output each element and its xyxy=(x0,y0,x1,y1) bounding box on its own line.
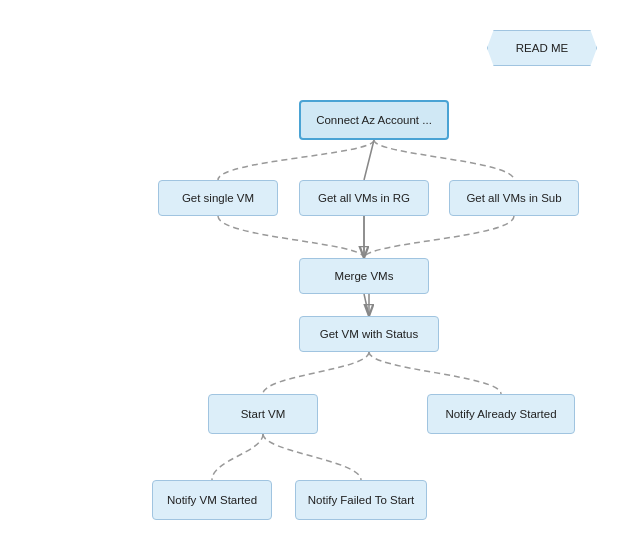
start-vm-label: Start VM xyxy=(241,408,286,420)
merge-vms-label: Merge VMs xyxy=(335,270,394,282)
get-single-vm-label: Get single VM xyxy=(182,192,254,204)
notify-failed-node[interactable]: Notify Failed To Start xyxy=(295,480,427,520)
get-vm-status-label: Get VM with Status xyxy=(320,328,418,340)
get-all-vms-sub-node[interactable]: Get all VMs in Sub xyxy=(449,180,579,216)
connect-az-label: Connect Az Account ... xyxy=(316,114,432,126)
svg-line-2 xyxy=(364,294,369,316)
get-all-vms-rg-node[interactable]: Get all VMs in RG xyxy=(299,180,429,216)
notify-vm-started-label: Notify VM Started xyxy=(167,494,257,506)
notify-already-started-label: Notify Already Started xyxy=(445,408,556,420)
merge-vms-node[interactable]: Merge VMs xyxy=(299,258,429,294)
get-all-vms-sub-label: Get all VMs in Sub xyxy=(466,192,561,204)
notify-already-started-node[interactable]: Notify Already Started xyxy=(427,394,575,434)
svg-line-0 xyxy=(364,140,374,180)
notify-failed-label: Notify Failed To Start xyxy=(308,494,415,506)
flowchart-canvas: READ ME Connect Az Account ... Get singl… xyxy=(0,0,636,549)
readme-label: READ ME xyxy=(516,42,568,54)
get-all-vms-rg-label: Get all VMs in RG xyxy=(318,192,410,204)
readme-node[interactable]: READ ME xyxy=(487,30,597,66)
get-vm-status-node[interactable]: Get VM with Status xyxy=(299,316,439,352)
get-single-vm-node[interactable]: Get single VM xyxy=(158,180,278,216)
notify-vm-started-node[interactable]: Notify VM Started xyxy=(152,480,272,520)
start-vm-node[interactable]: Start VM xyxy=(208,394,318,434)
connect-az-node[interactable]: Connect Az Account ... xyxy=(299,100,449,140)
